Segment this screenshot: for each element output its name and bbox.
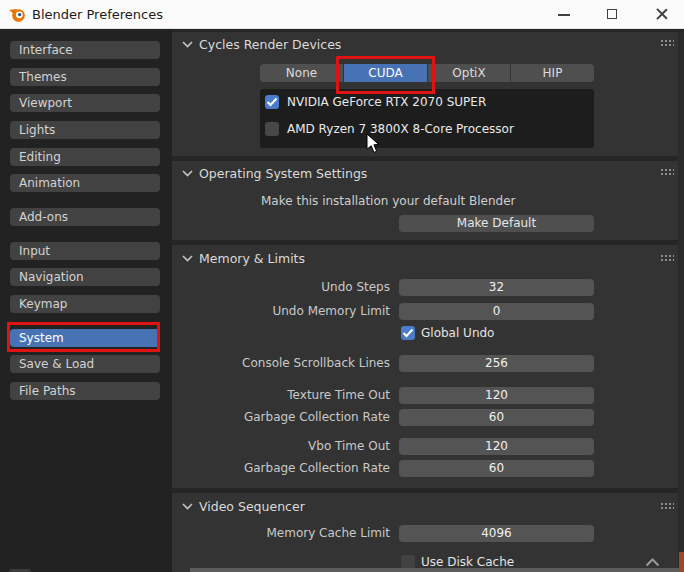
device-type-hip[interactable]: HIP: [511, 64, 594, 82]
sidebar-item-keymap[interactable]: Keymap: [10, 295, 160, 313]
check-icon: [266, 97, 278, 107]
field-label: Garbage Collection Rate: [172, 409, 390, 426]
window-title: Blender Preferences: [32, 7, 163, 22]
global-undo-checkbox[interactable]: [401, 326, 415, 340]
section-video-sequencer: Video Sequencer Memory Cache Limit 4096 …: [172, 493, 678, 572]
sidebar-item-animation[interactable]: Animation: [10, 174, 160, 192]
use-disk-cache-label[interactable]: Use Disk Cache: [421, 555, 514, 569]
field-label: Garbage Collection Rate: [172, 460, 390, 477]
section-title[interactable]: Memory & Limits: [199, 251, 305, 266]
sidebar-item-file-paths[interactable]: File Paths: [10, 382, 160, 400]
device-name[interactable]: NVIDIA GeForce RTX 2070 SUPER: [287, 95, 486, 109]
sidebar-item-navigation[interactable]: Navigation: [10, 268, 160, 286]
device-type-cuda[interactable]: CUDA: [344, 64, 427, 82]
sidebar-item-interface[interactable]: Interface: [10, 41, 160, 59]
sidebar-item-themes[interactable]: Themes: [10, 68, 160, 86]
device-checkbox-nvidia[interactable]: [265, 95, 279, 109]
sidebar-item-editing[interactable]: Editing: [10, 148, 160, 166]
collapse-chevron-icon[interactable]: [182, 170, 193, 177]
field-label: Texture Time Out: [172, 387, 390, 404]
device-name[interactable]: AMD Ryzen 7 3800X 8-Core Processor: [287, 122, 514, 136]
mouse-cursor: [366, 133, 381, 154]
section-title[interactable]: Operating System Settings: [199, 166, 367, 181]
device-type-optix[interactable]: OptiX: [428, 64, 510, 82]
field-label: Undo Memory Limit: [172, 303, 390, 320]
minimize-icon: [558, 14, 570, 16]
blender-logo-icon: [8, 6, 26, 23]
device-list: NVIDIA GeForce RTX 2070 SUPER AMD Ryzen …: [260, 89, 594, 148]
panel-drag-handle-icon[interactable]: [660, 39, 674, 47]
sidebar-item-addons[interactable]: Add-ons: [10, 208, 160, 226]
background-accent-sliver: [679, 552, 684, 572]
section-title[interactable]: Cycles Render Devices: [199, 37, 341, 52]
section-cycles-render-devices: Cycles Render Devices None CUDA OptiX HI…: [172, 32, 678, 156]
panel-drag-handle-icon[interactable]: [660, 168, 674, 176]
global-undo-label[interactable]: Global Undo: [421, 326, 494, 340]
garbage-collection-rate-field[interactable]: 60: [399, 409, 594, 426]
device-checkbox-amd[interactable]: [265, 122, 279, 136]
console-scrollback-field[interactable]: 256: [399, 355, 594, 372]
close-icon: [656, 8, 668, 20]
section-operating-system-settings: Operating System Settings Make this inst…: [172, 161, 678, 240]
sidebar-item-system[interactable]: System: [10, 329, 160, 347]
texture-timeout-field[interactable]: 120: [399, 387, 594, 404]
section-memory-limits: Memory & Limits Undo Steps 32 Undo Memor…: [172, 245, 678, 488]
default-blender-description: Make this installation your default Blen…: [261, 194, 516, 208]
minimize-button[interactable]: [544, 0, 584, 28]
close-button[interactable]: [642, 0, 682, 28]
maximize-icon: [607, 9, 617, 19]
check-icon: [402, 328, 414, 338]
undo-steps-field[interactable]: 32: [399, 279, 594, 296]
undo-memory-limit-field[interactable]: 0: [399, 303, 594, 320]
vbo-timeout-field[interactable]: 120: [399, 438, 594, 455]
sidebar-item-viewport[interactable]: Viewport: [10, 94, 160, 112]
field-label: Undo Steps: [172, 279, 390, 296]
field-label: Console Scrollback Lines: [172, 355, 390, 372]
field-label: Vbo Time Out: [172, 438, 390, 455]
collapse-chevron-icon[interactable]: [182, 255, 193, 262]
title-bar: Blender Preferences: [0, 0, 684, 29]
blender-preferences-window: Blender Preferences Interface Themes Vie…: [0, 0, 684, 572]
memory-cache-limit-field[interactable]: 4096: [399, 525, 594, 542]
scroll-up-chevron-icon[interactable]: [645, 558, 660, 567]
collapse-chevron-icon[interactable]: [182, 41, 193, 48]
field-label: Memory Cache Limit: [172, 525, 390, 542]
sidebar-item-save-load[interactable]: Save & Load: [10, 355, 160, 373]
device-type-none[interactable]: None: [260, 64, 343, 82]
panel-drag-handle-icon[interactable]: [660, 502, 674, 510]
section-title[interactable]: Video Sequencer: [199, 499, 305, 514]
sidebar-item-lights[interactable]: Lights: [10, 121, 160, 139]
panel-drag-handle-icon[interactable]: [660, 254, 674, 262]
background-window-edge: [190, 568, 684, 572]
make-default-button[interactable]: Make Default: [399, 215, 594, 232]
use-disk-cache-checkbox[interactable]: [401, 555, 415, 569]
collapse-chevron-icon[interactable]: [182, 503, 193, 510]
scrollbar[interactable]: [678, 32, 684, 568]
sidebar-item-input[interactable]: Input: [10, 242, 160, 260]
preferences-sidebar: Interface Themes Viewport Lights Editing…: [0, 29, 172, 572]
vbo-garbage-collection-rate-field[interactable]: 60: [399, 460, 594, 477]
maximize-button[interactable]: [592, 0, 632, 28]
